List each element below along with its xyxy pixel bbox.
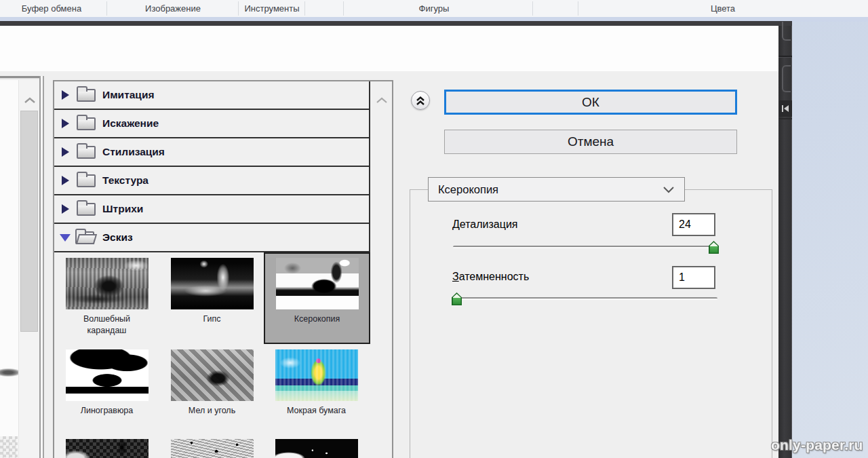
thumbnail-water-paper[interactable]: Мокрая бумага bbox=[264, 344, 369, 436]
edge-button-partial[interactable] bbox=[782, 22, 791, 41]
category-list: Имитация Искажение Стилизация Текстура Ш bbox=[54, 81, 370, 252]
thumbnail-label: Линогравюра bbox=[60, 405, 155, 417]
toolbar-group-clipboard[interactable]: Буфер обмена bbox=[22, 3, 81, 14]
filter-thumbnail-image bbox=[171, 258, 254, 309]
detail-param-label: Детализация bbox=[452, 218, 518, 231]
thumbnail-label: Ксерокопия bbox=[270, 313, 365, 325]
triangle-right-icon[interactable] bbox=[62, 204, 69, 214]
thumbnail-stamp[interactable]: Линогравюра bbox=[54, 344, 159, 436]
thumbnail-label: Мел и уголь bbox=[165, 405, 260, 417]
top-toolbar: Буфер обмена Изображение Инструменты Фиг… bbox=[0, 0, 868, 17]
chevron-down-icon bbox=[663, 186, 675, 193]
dropdown-selected-value: Ксерокопия bbox=[438, 183, 663, 196]
category-label: Эскиз bbox=[102, 231, 133, 244]
thumbnail-photocopy-selected[interactable]: Ксерокопия bbox=[264, 252, 370, 344]
edge-separator bbox=[778, 56, 792, 58]
thumbnail-partial[interactable] bbox=[54, 436, 159, 458]
category-label: Штрихи bbox=[102, 203, 143, 215]
thumbnail-label: Мокрая бумага bbox=[269, 405, 364, 417]
toolbar-separator bbox=[343, 1, 344, 16]
thumbnail-grid: Волшебный карандаш Гипс Ксерокопия Линог… bbox=[54, 252, 392, 458]
filter-thumbnail-image bbox=[275, 349, 358, 401]
folder-icon bbox=[77, 117, 96, 130]
category-row-stylize[interactable]: Стилизация bbox=[54, 138, 369, 167]
groupbox-border bbox=[410, 189, 410, 458]
thumbnail-partial[interactable] bbox=[159, 436, 264, 458]
category-label: Стилизация bbox=[102, 146, 165, 158]
folder-icon bbox=[77, 146, 96, 159]
preview-vertical-scrollbar[interactable] bbox=[18, 80, 39, 458]
folder-icon bbox=[77, 89, 96, 102]
toolbar-group-shapes[interactable]: Фигуры bbox=[419, 3, 450, 14]
cancel-button-label: Отмена bbox=[568, 134, 614, 149]
toolbar-separator bbox=[532, 1, 533, 16]
category-label: Текстура bbox=[102, 174, 149, 187]
collapse-left-button[interactable] bbox=[778, 100, 792, 117]
groupbox-border bbox=[685, 189, 772, 190]
category-row-imitation[interactable]: Имитация bbox=[54, 81, 369, 110]
toolbar-separator bbox=[106, 1, 107, 16]
triangle-right-icon[interactable] bbox=[62, 176, 69, 185]
detail-value-input[interactable] bbox=[672, 213, 715, 236]
filter-preview-image bbox=[0, 80, 18, 458]
filter-thumbnail-image bbox=[171, 349, 254, 401]
double-chevron-up-icon bbox=[415, 96, 426, 106]
ok-button[interactable]: ОК bbox=[444, 90, 737, 115]
category-row-texture[interactable]: Текстура bbox=[54, 167, 369, 195]
detail-slider-track[interactable] bbox=[453, 246, 719, 248]
toolbar-group-colors[interactable]: Цвета bbox=[711, 3, 735, 14]
thumbnail-chalk-charcoal[interactable]: Мел и уголь bbox=[159, 344, 264, 436]
triangle-right-icon[interactable] bbox=[62, 147, 69, 157]
site-watermark: only-paper.ru bbox=[771, 437, 868, 453]
groupbox-border bbox=[410, 189, 428, 190]
filter-thumbnail-image bbox=[66, 439, 149, 458]
thumbnail-label: Волшебный карандаш bbox=[80, 313, 134, 337]
toolbar-separator bbox=[238, 1, 239, 16]
toolbar-group-tools[interactable]: Инструменты bbox=[244, 3, 299, 14]
category-label: Искажение bbox=[102, 117, 159, 130]
collapse-left-icon bbox=[781, 104, 790, 113]
open-folder-icon bbox=[75, 231, 94, 244]
filter-thumbnail-image bbox=[66, 258, 149, 309]
chevron-up-icon[interactable] bbox=[376, 96, 388, 104]
category-label: Имитация bbox=[102, 89, 154, 101]
folder-icon bbox=[77, 174, 96, 187]
screen: Буфер обмена Изображение Инструменты Фиг… bbox=[0, 0, 868, 458]
darkness-param-label: Затемненность bbox=[452, 271, 529, 283]
thumbnail-plaster[interactable]: Гипс bbox=[159, 252, 264, 344]
panel-edge-strip bbox=[778, 26, 792, 458]
triangle-right-icon[interactable] bbox=[62, 119, 69, 128]
folder-icon bbox=[77, 203, 96, 216]
cancel-button[interactable]: Отмена bbox=[444, 130, 737, 154]
preview-panel-border bbox=[39, 76, 45, 458]
darkness-slider-track[interactable] bbox=[454, 297, 717, 300]
filter-select-dropdown[interactable]: Ксерокопия bbox=[428, 177, 685, 202]
toolbar-separator bbox=[304, 1, 305, 16]
filter-category-panel: Имитация Искажение Стилизация Текстура Ш bbox=[53, 80, 393, 458]
groupbox-border bbox=[772, 189, 772, 458]
category-list-scrollbar[interactable] bbox=[372, 81, 392, 457]
thumbnail-partial[interactable] bbox=[264, 436, 369, 458]
preview-image-detail bbox=[0, 436, 18, 458]
preview-image-detail bbox=[0, 366, 18, 379]
filter-thumbnail-image bbox=[66, 349, 149, 401]
filter-thumbnail-image bbox=[275, 439, 358, 458]
chevron-up-icon[interactable] bbox=[24, 96, 36, 104]
edge-separator bbox=[778, 118, 792, 119]
darkness-value-input[interactable] bbox=[672, 266, 715, 289]
category-row-sketch[interactable]: Эскиз bbox=[54, 224, 369, 252]
edge-button-partial[interactable] bbox=[782, 65, 791, 92]
triangle-down-icon[interactable] bbox=[60, 234, 71, 242]
toolbar-separator bbox=[578, 1, 578, 16]
scrollbar-thumb[interactable] bbox=[20, 111, 38, 332]
toolbar-group-image[interactable]: Изображение bbox=[145, 3, 201, 14]
filter-thumbnail-image bbox=[276, 258, 359, 309]
triangle-right-icon[interactable] bbox=[62, 90, 69, 100]
category-row-brushstrokes[interactable]: Штрихи bbox=[54, 195, 369, 224]
filter-thumbnail-image bbox=[171, 439, 254, 458]
collapse-panel-button[interactable] bbox=[411, 91, 430, 110]
ok-button-label: ОК bbox=[582, 95, 599, 110]
dialog-header-area bbox=[0, 26, 778, 71]
category-row-distort[interactable]: Искажение bbox=[54, 110, 369, 138]
thumbnail-conte-crayon[interactable]: Волшебный карандаш bbox=[54, 252, 159, 344]
